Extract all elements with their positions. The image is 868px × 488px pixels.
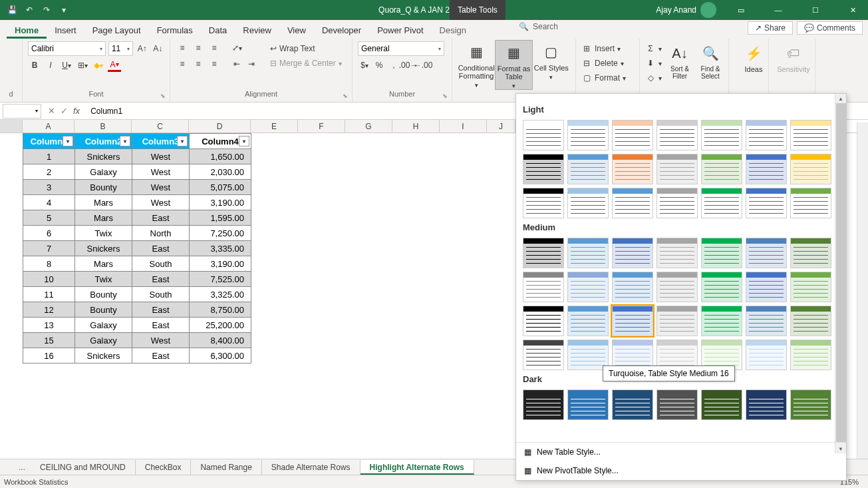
table-style-swatch[interactable] [523, 188, 564, 218]
col-header[interactable]: A [23, 120, 74, 132]
table-header[interactable]: Column2▾ [75, 134, 132, 149]
number-format-select[interactable]: General▾ [358, 41, 444, 56]
filter-dropdown-icon[interactable]: ▾ [120, 136, 130, 146]
table-row[interactable]: 3BountyWest5,075.00 [23, 180, 251, 195]
tab-power-pivot[interactable]: Power Pivot [369, 23, 431, 39]
table-row[interactable]: 8MarsSouth3,190.00 [23, 256, 251, 272]
alignment-dialog-launcher[interactable]: ⬊ [343, 93, 351, 101]
table-style-swatch[interactable] [790, 306, 831, 336]
number-dialog-launcher[interactable]: ⬊ [442, 93, 450, 101]
table-style-swatch[interactable] [523, 272, 564, 302]
table-style-swatch[interactable] [656, 306, 698, 336]
table-style-swatch[interactable] [523, 340, 564, 370]
sheet-tab-active[interactable]: Highlight Alternate Rows [361, 460, 474, 475]
ribbon-display-icon[interactable]: ▭ [726, 0, 756, 20]
table-style-swatch[interactable] [790, 238, 831, 268]
table-style-swatch[interactable] [746, 188, 787, 218]
table-style-swatch[interactable] [746, 306, 787, 336]
sheet-tab[interactable]: Shade Alternate Rows [262, 460, 361, 475]
table-row[interactable]: 12BountyEast8,750.00 [23, 302, 251, 318]
table-style-swatch[interactable] [701, 306, 742, 336]
insert-cells-button[interactable]: ⊞Insert▾ [581, 41, 634, 56]
table-style-swatch[interactable] [523, 120, 564, 150]
col-header[interactable]: G [345, 120, 392, 132]
accounting-format-icon[interactable]: $▾ [358, 59, 371, 72]
table-style-swatch[interactable] [567, 120, 609, 150]
table-style-swatch[interactable] [701, 272, 742, 302]
format-cells-button[interactable]: ▢Format▾ [581, 71, 634, 85]
font-color-button[interactable]: A▾ [108, 59, 121, 72]
table-style-swatch[interactable] [746, 120, 787, 150]
font-name-select[interactable]: Calibri▾ [28, 41, 106, 56]
table-style-swatch[interactable] [523, 306, 564, 336]
table-style-swatch[interactable] [567, 389, 609, 420]
table-style-swatch[interactable] [746, 272, 787, 302]
tab-review[interactable]: Review [235, 23, 279, 39]
conditional-formatting-button[interactable]: ▦Conditional Formatting▾ [458, 40, 495, 90]
table-tools-tab[interactable]: Table Tools [450, 0, 506, 20]
table-style-swatch[interactable] [612, 154, 653, 184]
decrease-indent-icon[interactable]: ⇤ [230, 57, 243, 71]
close-button[interactable]: ✕ [837, 0, 868, 20]
table-style-swatch[interactable] [567, 188, 609, 218]
table-style-swatch[interactable] [612, 120, 653, 150]
redo-icon[interactable]: ↷ [40, 3, 53, 17]
table-style-swatch[interactable] [656, 188, 698, 218]
table-style-swatch[interactable] [612, 306, 653, 336]
decrease-font-icon[interactable]: A↓ [152, 42, 164, 55]
col-header[interactable]: I [440, 120, 487, 132]
clear-icon[interactable]: ◇ [645, 73, 656, 83]
orientation-icon[interactable]: ⤢▾ [230, 41, 243, 55]
table-style-swatch[interactable] [523, 389, 564, 420]
minimize-button[interactable]: — [763, 0, 794, 20]
table-style-swatch[interactable] [790, 272, 831, 302]
align-right-icon[interactable]: ≡ [208, 57, 221, 71]
ideas-button[interactable]: ⚡Ideas [734, 41, 773, 73]
underline-button[interactable]: U▾ [60, 59, 73, 72]
table-row[interactable]: 16SnickersEast6,300.00 [23, 348, 251, 364]
user-account[interactable]: Ajay Anand [656, 2, 719, 18]
sheet-nav-dots[interactable]: ... [13, 463, 31, 472]
table-style-swatch[interactable] [790, 389, 831, 420]
delete-cells-button[interactable]: ⊟Delete▾ [581, 56, 634, 71]
sheet-tab[interactable]: Named Range [191, 460, 261, 475]
increase-indent-icon[interactable]: ⇥ [245, 57, 258, 71]
tab-design[interactable]: Design [432, 23, 474, 39]
table-style-swatch[interactable] [790, 340, 831, 370]
table-style-swatch[interactable] [523, 154, 564, 184]
align-bottom-icon[interactable]: ≡ [208, 41, 221, 55]
undo-icon[interactable]: ↶ [23, 3, 36, 17]
maximize-button[interactable]: ☐ [800, 0, 831, 20]
tab-insert[interactable]: Insert [47, 23, 84, 39]
workbook-statistics[interactable]: Workbook Statistics [4, 478, 68, 486]
fill-icon[interactable]: ⬇ [645, 58, 656, 69]
increase-font-icon[interactable]: A↑ [136, 42, 148, 55]
table-style-swatch[interactable] [746, 389, 787, 420]
sheet-tab[interactable]: CheckBox [136, 460, 192, 475]
new-pivot-style-button[interactable]: ▦New PivotTable Style... [516, 461, 846, 480]
fx-icon[interactable]: fx [73, 106, 80, 116]
table-row[interactable]: 10TwixEast7,525.00 [23, 272, 251, 287]
font-dialog-launcher[interactable]: ⬊ [160, 93, 168, 101]
table-style-swatch[interactable] [790, 154, 831, 184]
tab-developer[interactable]: Developer [314, 23, 369, 39]
table-row[interactable]: 7SnickersEast3,335.00 [23, 241, 251, 256]
table-style-swatch[interactable] [656, 389, 698, 420]
cancel-formula-icon[interactable]: ✕ [48, 106, 55, 116]
table-style-swatch[interactable] [790, 120, 831, 150]
align-middle-icon[interactable]: ≡ [192, 41, 205, 55]
table-style-swatch[interactable] [701, 389, 742, 420]
table-style-swatch[interactable] [567, 154, 609, 184]
tab-view[interactable]: View [279, 23, 314, 39]
sort-filter-button[interactable]: A↓Sort & Filter [667, 41, 692, 85]
vertical-scrollbar[interactable] [857, 122, 868, 459]
bold-button[interactable]: B [28, 59, 41, 72]
tab-page-layout[interactable]: Page Layout [84, 23, 149, 39]
wrap-text-button[interactable]: ↩Wrap Text [266, 41, 346, 56]
decrease-decimal-icon[interactable]: ←.00 [416, 59, 430, 72]
table-style-swatch[interactable] [656, 272, 698, 302]
col-header[interactable]: B [74, 120, 132, 132]
border-button[interactable]: ⊞▾ [76, 59, 89, 72]
table-header[interactable]: Column1▾ [23, 134, 75, 149]
share-button[interactable]: ↗Share [748, 21, 793, 35]
